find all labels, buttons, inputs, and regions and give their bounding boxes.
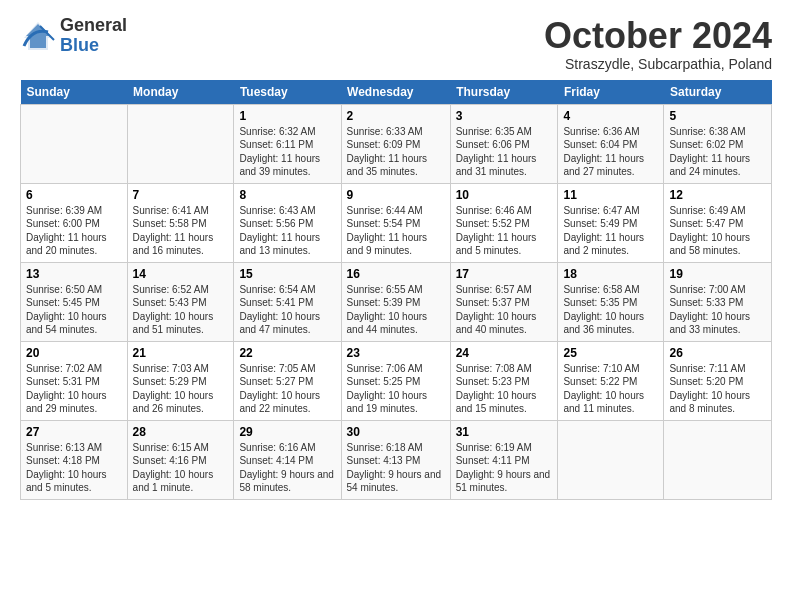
day-info: Sunrise: 6:57 AM Sunset: 5:37 PM Dayligh…: [456, 283, 553, 337]
day-cell: 23Sunrise: 7:06 AM Sunset: 5:25 PM Dayli…: [341, 341, 450, 420]
day-number: 20: [26, 346, 122, 360]
day-info: Sunrise: 6:46 AM Sunset: 5:52 PM Dayligh…: [456, 204, 553, 258]
day-number: 18: [563, 267, 658, 281]
day-info: Sunrise: 6:33 AM Sunset: 6:09 PM Dayligh…: [347, 125, 445, 179]
day-cell: 1Sunrise: 6:32 AM Sunset: 6:11 PM Daylig…: [234, 104, 341, 183]
day-cell: 30Sunrise: 6:18 AM Sunset: 4:13 PM Dayli…: [341, 420, 450, 499]
col-monday: Monday: [127, 80, 234, 105]
day-cell: [664, 420, 772, 499]
day-info: Sunrise: 6:43 AM Sunset: 5:56 PM Dayligh…: [239, 204, 335, 258]
day-number: 30: [347, 425, 445, 439]
day-number: 5: [669, 109, 766, 123]
day-cell: 14Sunrise: 6:52 AM Sunset: 5:43 PM Dayli…: [127, 262, 234, 341]
day-cell: 4Sunrise: 6:36 AM Sunset: 6:04 PM Daylig…: [558, 104, 664, 183]
logo-icon: [20, 18, 56, 54]
col-thursday: Thursday: [450, 80, 558, 105]
day-number: 23: [347, 346, 445, 360]
calendar-table: Sunday Monday Tuesday Wednesday Thursday…: [20, 80, 772, 500]
day-cell: 22Sunrise: 7:05 AM Sunset: 5:27 PM Dayli…: [234, 341, 341, 420]
day-info: Sunrise: 6:44 AM Sunset: 5:54 PM Dayligh…: [347, 204, 445, 258]
day-number: 27: [26, 425, 122, 439]
day-cell: 6Sunrise: 6:39 AM Sunset: 6:00 PM Daylig…: [21, 183, 128, 262]
day-cell: 29Sunrise: 6:16 AM Sunset: 4:14 PM Dayli…: [234, 420, 341, 499]
day-info: Sunrise: 6:35 AM Sunset: 6:06 PM Dayligh…: [456, 125, 553, 179]
day-info: Sunrise: 6:36 AM Sunset: 6:04 PM Dayligh…: [563, 125, 658, 179]
day-info: Sunrise: 7:00 AM Sunset: 5:33 PM Dayligh…: [669, 283, 766, 337]
day-cell: 9Sunrise: 6:44 AM Sunset: 5:54 PM Daylig…: [341, 183, 450, 262]
day-number: 13: [26, 267, 122, 281]
day-info: Sunrise: 7:08 AM Sunset: 5:23 PM Dayligh…: [456, 362, 553, 416]
logo: General Blue: [20, 16, 127, 56]
col-friday: Friday: [558, 80, 664, 105]
day-number: 4: [563, 109, 658, 123]
day-info: Sunrise: 6:38 AM Sunset: 6:02 PM Dayligh…: [669, 125, 766, 179]
week-row: 1Sunrise: 6:32 AM Sunset: 6:11 PM Daylig…: [21, 104, 772, 183]
day-info: Sunrise: 6:41 AM Sunset: 5:58 PM Dayligh…: [133, 204, 229, 258]
day-info: Sunrise: 6:18 AM Sunset: 4:13 PM Dayligh…: [347, 441, 445, 495]
page: General Blue October 2024 Straszydle, Su…: [0, 0, 792, 520]
col-saturday: Saturday: [664, 80, 772, 105]
day-info: Sunrise: 6:50 AM Sunset: 5:45 PM Dayligh…: [26, 283, 122, 337]
day-number: 22: [239, 346, 335, 360]
day-number: 14: [133, 267, 229, 281]
day-cell: 21Sunrise: 7:03 AM Sunset: 5:29 PM Dayli…: [127, 341, 234, 420]
week-row: 20Sunrise: 7:02 AM Sunset: 5:31 PM Dayli…: [21, 341, 772, 420]
day-number: 12: [669, 188, 766, 202]
day-number: 26: [669, 346, 766, 360]
day-number: 3: [456, 109, 553, 123]
week-row: 6Sunrise: 6:39 AM Sunset: 6:00 PM Daylig…: [21, 183, 772, 262]
month-title: October 2024: [544, 16, 772, 56]
day-number: 6: [26, 188, 122, 202]
day-number: 28: [133, 425, 229, 439]
day-info: Sunrise: 7:11 AM Sunset: 5:20 PM Dayligh…: [669, 362, 766, 416]
day-cell: 27Sunrise: 6:13 AM Sunset: 4:18 PM Dayli…: [21, 420, 128, 499]
day-cell: 25Sunrise: 7:10 AM Sunset: 5:22 PM Dayli…: [558, 341, 664, 420]
day-info: Sunrise: 7:06 AM Sunset: 5:25 PM Dayligh…: [347, 362, 445, 416]
day-cell: 17Sunrise: 6:57 AM Sunset: 5:37 PM Dayli…: [450, 262, 558, 341]
col-tuesday: Tuesday: [234, 80, 341, 105]
day-number: 19: [669, 267, 766, 281]
title-block: October 2024 Straszydle, Subcarpathia, P…: [544, 16, 772, 72]
day-cell: 20Sunrise: 7:02 AM Sunset: 5:31 PM Dayli…: [21, 341, 128, 420]
day-info: Sunrise: 6:16 AM Sunset: 4:14 PM Dayligh…: [239, 441, 335, 495]
week-row: 13Sunrise: 6:50 AM Sunset: 5:45 PM Dayli…: [21, 262, 772, 341]
day-cell: 18Sunrise: 6:58 AM Sunset: 5:35 PM Dayli…: [558, 262, 664, 341]
day-info: Sunrise: 6:49 AM Sunset: 5:47 PM Dayligh…: [669, 204, 766, 258]
day-info: Sunrise: 7:03 AM Sunset: 5:29 PM Dayligh…: [133, 362, 229, 416]
day-info: Sunrise: 6:52 AM Sunset: 5:43 PM Dayligh…: [133, 283, 229, 337]
day-cell: 10Sunrise: 6:46 AM Sunset: 5:52 PM Dayli…: [450, 183, 558, 262]
day-info: Sunrise: 6:55 AM Sunset: 5:39 PM Dayligh…: [347, 283, 445, 337]
logo-text: General Blue: [60, 16, 127, 56]
day-cell: 28Sunrise: 6:15 AM Sunset: 4:16 PM Dayli…: [127, 420, 234, 499]
week-row: 27Sunrise: 6:13 AM Sunset: 4:18 PM Dayli…: [21, 420, 772, 499]
day-cell: 3Sunrise: 6:35 AM Sunset: 6:06 PM Daylig…: [450, 104, 558, 183]
day-info: Sunrise: 6:13 AM Sunset: 4:18 PM Dayligh…: [26, 441, 122, 495]
day-cell: 8Sunrise: 6:43 AM Sunset: 5:56 PM Daylig…: [234, 183, 341, 262]
day-info: Sunrise: 6:47 AM Sunset: 5:49 PM Dayligh…: [563, 204, 658, 258]
day-cell: 2Sunrise: 6:33 AM Sunset: 6:09 PM Daylig…: [341, 104, 450, 183]
header-row: Sunday Monday Tuesday Wednesday Thursday…: [21, 80, 772, 105]
day-info: Sunrise: 6:39 AM Sunset: 6:00 PM Dayligh…: [26, 204, 122, 258]
day-number: 31: [456, 425, 553, 439]
day-cell: 7Sunrise: 6:41 AM Sunset: 5:58 PM Daylig…: [127, 183, 234, 262]
day-info: Sunrise: 6:32 AM Sunset: 6:11 PM Dayligh…: [239, 125, 335, 179]
day-cell: 26Sunrise: 7:11 AM Sunset: 5:20 PM Dayli…: [664, 341, 772, 420]
day-cell: 13Sunrise: 6:50 AM Sunset: 5:45 PM Dayli…: [21, 262, 128, 341]
header: General Blue October 2024 Straszydle, Su…: [20, 16, 772, 72]
day-number: 10: [456, 188, 553, 202]
day-number: 29: [239, 425, 335, 439]
day-cell: [558, 420, 664, 499]
day-info: Sunrise: 6:58 AM Sunset: 5:35 PM Dayligh…: [563, 283, 658, 337]
day-cell: [21, 104, 128, 183]
day-number: 7: [133, 188, 229, 202]
day-cell: 5Sunrise: 6:38 AM Sunset: 6:02 PM Daylig…: [664, 104, 772, 183]
day-number: 15: [239, 267, 335, 281]
day-cell: 19Sunrise: 7:00 AM Sunset: 5:33 PM Dayli…: [664, 262, 772, 341]
day-cell: [127, 104, 234, 183]
logo-blue-text: Blue: [60, 36, 127, 56]
day-info: Sunrise: 6:15 AM Sunset: 4:16 PM Dayligh…: [133, 441, 229, 495]
day-info: Sunrise: 6:19 AM Sunset: 4:11 PM Dayligh…: [456, 441, 553, 495]
day-info: Sunrise: 7:05 AM Sunset: 5:27 PM Dayligh…: [239, 362, 335, 416]
day-info: Sunrise: 7:02 AM Sunset: 5:31 PM Dayligh…: [26, 362, 122, 416]
day-cell: 24Sunrise: 7:08 AM Sunset: 5:23 PM Dayli…: [450, 341, 558, 420]
